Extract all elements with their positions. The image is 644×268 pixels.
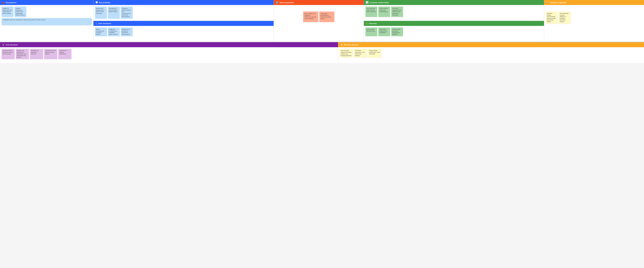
business-canvas: 🚗 Key partners: Suppliers of battery cel… [0,0,644,63]
value-prop-header: ⚙️ Value proposition: [274,0,364,5]
revenue-sources-cards: Sales of electric vehicles and related p… [338,47,644,63]
cost-structure-header: ✂️ Cost structure: [0,42,338,47]
customer-rel-header: 📊 Customer relationships: [364,0,544,5]
list-item: Subscription services (e.g., Full Self-D… [354,49,367,57]
key-activities-inner: 💬 Key activities: Research and developme… [94,0,274,42]
card-text: Community engagement and events for Tesl… [392,8,401,16]
list-item: Marketing and advertising expenses [30,49,43,59]
revenue-sources-col: 🏷️ Revenue sources: Sales of electric ve… [338,42,644,63]
card-text: Tech enthusiasts and early adopters of i… [560,13,568,22]
revenue-sources-header: 🏷️ Revenue sources: [338,42,644,47]
list-item: Community engagement and events for Tesl… [391,7,403,17]
channels-title: Channels: [369,23,377,25]
key-partners-header: 🚗 Key partners: [0,0,93,5]
cost-structure-icon: ✂️ [2,43,5,46]
customer-segments-cards: Individuals seeking environmentally-frie… [544,5,644,25]
core-resources-header: 🔧 Core resources: [94,21,274,26]
revenue-sources-icon: 🏷️ [340,43,343,46]
card-text: Suppliers of battery cells other compone… [2,8,12,14]
card-text: Online customer support and troubleshoot… [379,8,388,12]
key-activities-col: 💬 Key activities: Research and developme… [94,0,274,42]
customer-rel-inner: 📊 Customer relationships: Direct sales a… [364,0,544,42]
key-partners-title: Key partners: [6,2,17,4]
customer-relationships-section: 📊 Customer relationships: Direct sales a… [364,0,544,21]
key-activities-cards: Research and development of electric veh… [94,5,274,21]
customer-segments-title: Customer segments: [550,2,567,4]
card-text: Energy storage solutions (e.g., Tesla Po… [369,50,380,55]
list-item: Tech enthusiasts and early adopters of i… [558,12,570,24]
list-item: Sales of electric vehicles and related p… [340,49,353,57]
card-text: Research and development expenses for ne… [17,50,26,58]
key-activities-section: 💬 Key activities: Research and developme… [94,0,274,21]
customer-segments-header: 🥧 Customer segments: [544,0,644,5]
revenue-sources-title: Revenue sources: [344,44,358,46]
customer-rel-cards: Direct sales and support through Tesla's… [364,5,544,21]
card-text: Direct sales and support through Tesla's… [366,8,376,12]
list-item: Battery technology and production facili… [95,28,107,36]
list-item: Research and development of electric veh… [95,7,107,19]
list-item: Tesla's website and online store [366,28,377,36]
card-text: Charging infrastructure providers (e.g.,… [16,8,25,16]
card-text: Electric vehicles with exceptional perfo… [304,13,316,19]
card-text: Partnering with automotive dealerships f… [392,29,400,35]
list-item: Suppliers of battery cells other compone… [2,7,14,17]
card-text: Continuous software updates and improvem… [122,8,131,17]
key-activities-header: 💬 Key activities: [94,0,274,5]
card-text: Tesla-owned physical stores and gallerie… [379,29,387,33]
list-item: Direct sales and support through Tesla's… [366,7,377,17]
value-prop-icon: ⚙️ [276,1,278,4]
card-text: Marketing and advertising expenses [31,50,38,55]
list-item: Collaboration with other automakers for … [2,18,92,25]
card-text: Collaboration with other automakers for … [2,19,46,21]
list-item: Tesla-owned physical stores and gallerie… [378,28,390,36]
key-activities-title: Key activities: [99,2,110,4]
list-item: Partnering with automotive dealerships f… [391,28,403,36]
key-partners-cards: Suppliers of battery cells other compone… [0,5,93,27]
list-item: Manufacturing and assembly of electric v… [108,7,120,19]
core-resources-title: Core resources: [98,23,112,25]
list-item: Energy storage solutions (e.g., Tesla Po… [368,49,381,57]
card-text: Investments in charging infrastructure [59,50,67,55]
card-text: Research and development of electric veh… [96,8,104,14]
core-resources-section: 🔧 Core resources: Battery technology and… [94,21,274,42]
channels-icon: ✏️ [366,23,368,25]
cost-structure-cards: Manufacturing and production costs for e… [0,47,338,63]
list-item: Manufacturing and production costs for e… [2,49,15,59]
card-text: Manufacturing and production costs for e… [2,50,13,55]
list-item: Investments in charging infrastructure [58,49,72,59]
list-item: Online customer support and troubleshoot… [378,7,390,17]
core-resources-cards: Battery technology and production facili… [94,26,274,42]
list-item: Operational costs for sales and service … [44,49,57,59]
list-item: Charging infrastructure providers (e.g.,… [14,7,26,17]
channels-section: ✏️ Channels: Tesla's website and online … [364,21,544,42]
channels-header: ✏️ Channels: [364,21,544,26]
value-prop-cards: Electric vehicles with exceptional perfo… [274,5,364,24]
list-item: Research and development expenses for ne… [16,49,29,59]
core-resources-icon: 🔧 [95,23,97,25]
card-text: Design and manufacturing capabilities el… [109,29,117,35]
card-text: Subscription services (e.g., Full Self-D… [355,50,364,56]
card-text: Sales of electric vehicles and related p… [341,50,352,56]
top-area: 🚗 Key partners: Suppliers of battery cel… [0,0,644,42]
key-partners-col: 🚗 Key partners: Suppliers of battery cel… [0,0,94,42]
card-text: Battery technology and production facili… [96,29,104,35]
key-partners-icon: 🚗 [2,1,5,4]
cost-structure-title: Cost structure: [6,44,18,46]
customer-rel-col: 📊 Customer relationships: Direct sales a… [364,0,544,42]
bottom-area: ✂️ Cost structure: Manufacturing and pro… [0,42,644,63]
key-activities-icon: 💬 [95,1,98,4]
list-item: Individuals seeking environmentally-frie… [546,12,558,24]
customer-segments-col: 🥧 Customer segments: Individuals seeking… [544,0,644,42]
card-text: Tesla's website and online store [366,29,375,32]
list-item: Continuous software updates and improvem… [121,7,132,19]
customer-rel-icon: 📊 [366,1,368,4]
value-prop-col: ⚙️ Value proposition: Electric vehicles … [274,0,364,42]
value-prop-title: Value proposition: [280,2,294,4]
customer-segments-icon: 🥧 [546,1,549,4]
card-text: Individuals seeking environmentally-frie… [547,13,556,22]
customer-rel-title: Customer relationships: [370,2,389,4]
channels-cards: Tesla's website and online store Tesla-o… [364,26,544,42]
list-item: Design and manufacturing capabilities el… [108,28,120,36]
card-text: Software and AI expertise for autonomous… [122,29,130,35]
card-text: Operational costs for sales and service … [45,50,56,55]
